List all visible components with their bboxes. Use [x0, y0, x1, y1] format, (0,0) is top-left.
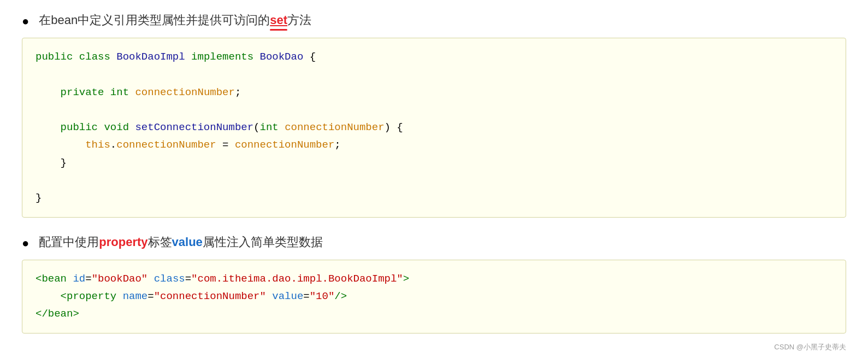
xml-code-block: <bean id="bookDao" class="com.itheima.da…: [22, 260, 846, 334]
text-before-2: 配置中使用: [39, 235, 99, 249]
text-middle-2: 标签: [148, 235, 172, 249]
text-after-1: 方法: [287, 13, 311, 27]
bullet-item-2: ● 配置中使用property标签value属性注入简单类型数据: [22, 233, 846, 252]
bullet-item-1: ● 在bean中定义引用类型属性并提供可访问的set方法: [22, 11, 846, 30]
java-code-block: public class BookDaoImpl implements Book…: [22, 38, 846, 218]
text-after-2: 属性注入简单类型数据: [203, 235, 323, 249]
highlight-set: set: [270, 13, 287, 27]
highlight-property: property: [99, 235, 147, 249]
bullet-text-1: 在bean中定义引用类型属性并提供可访问的set方法: [39, 11, 311, 29]
highlight-value: value: [172, 235, 203, 249]
bullet-text-2: 配置中使用property标签value属性注入简单类型数据: [39, 233, 323, 251]
bullet-dot-1: ●: [22, 12, 29, 30]
watermark: CSDN @小黑子史蒂夫: [774, 342, 846, 351]
text-before-1: 在bean中定义引用类型属性并提供可访问的: [39, 13, 270, 27]
bullet-dot-2: ●: [22, 234, 29, 252]
